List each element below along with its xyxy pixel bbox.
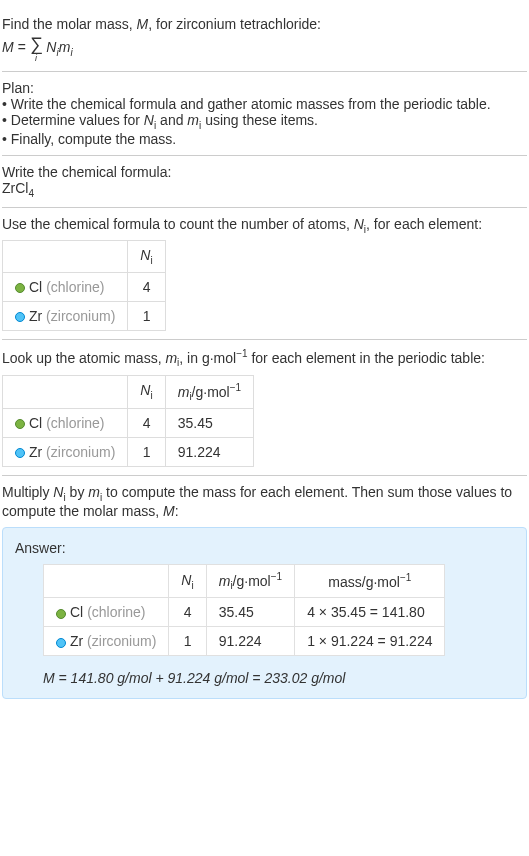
mass-table: Ni mi/g·mol−1 Cl (chlorine) 4 35.45 Zr (… <box>2 375 254 467</box>
n-cell: 1 <box>128 438 165 467</box>
element-cell: Cl (chlorine) <box>3 409 128 438</box>
intro-text: Find the molar mass, M, for zirconium te… <box>2 16 527 32</box>
count-table: Ni Cl (chlorine) 4 Zr (zirconium) 1 <box>2 240 166 331</box>
intro-text-a: Find the molar mass, <box>2 16 137 32</box>
formula-m: m <box>59 39 71 55</box>
multiply-d: : <box>175 503 179 519</box>
element-bullet-icon <box>15 283 25 293</box>
intro-var-M: M <box>137 16 149 32</box>
header-N-text: N <box>140 247 150 263</box>
chemical-formula-section: Write the chemical formula: ZrCl4 <box>2 156 527 208</box>
table-header-row: Ni mi/g·mol−1 <box>3 375 254 408</box>
header-mass: mass/g·mol−1 <box>295 564 445 597</box>
calc-cell: 1 × 91.224 = 91.224 <box>295 627 445 656</box>
mass-title-b: , in g·mol <box>179 350 236 366</box>
mass-title-a: Look up the atomic mass, <box>2 350 165 366</box>
element-symbol: Zr <box>29 444 42 460</box>
multiply-M: M <box>163 503 175 519</box>
plan-b2-a: • Determine values for <box>2 112 144 128</box>
mass-section: Look up the atomic mass, mi, in g·mol−1 … <box>2 340 527 476</box>
mass-title-c: for each element in the periodic table: <box>248 350 485 366</box>
chemformula-text: ZrCl <box>2 180 28 196</box>
header-Ni-text: i <box>150 255 152 266</box>
mass-title-m: m <box>165 350 177 366</box>
calc-cell: 4 × 35.45 = 141.80 <box>295 598 445 627</box>
element-cell: Cl (chlorine) <box>3 273 128 302</box>
table-row: Zr (zirconium) 1 91.224 1 × 91.224 = 91.… <box>44 627 445 656</box>
element-symbol: Cl <box>70 604 83 620</box>
plan-title: Plan: <box>2 80 527 96</box>
chemformula-value: ZrCl4 <box>2 180 527 199</box>
header-unit: /g·mol <box>233 573 271 589</box>
plan-bullet-1: • Write the chemical formula and gather … <box>2 96 527 112</box>
element-symbol: Cl <box>29 279 42 295</box>
element-cell: Zr (zirconium) <box>3 302 128 331</box>
n-cell: 4 <box>169 598 206 627</box>
element-name: (chlorine) <box>87 604 145 620</box>
plan-b2-N: N <box>144 112 154 128</box>
plan-bullet-2: • Determine values for Ni and mi using t… <box>2 112 527 131</box>
n-cell: 4 <box>128 409 165 438</box>
header-N-text: N <box>140 382 150 398</box>
element-bullet-icon <box>56 609 66 619</box>
element-name: (chlorine) <box>46 279 104 295</box>
element-cell: Cl (chlorine) <box>44 598 169 627</box>
m-cell: 91.224 <box>206 627 294 656</box>
sigma-sub: i <box>30 53 43 63</box>
element-bullet-icon <box>15 312 25 322</box>
element-bullet-icon <box>56 638 66 648</box>
count-title-a: Use the chemical formula to count the nu… <box>2 216 354 232</box>
m-cell: 35.45 <box>165 409 253 438</box>
element-name: (chlorine) <box>46 415 104 431</box>
multiply-b: by <box>66 484 89 500</box>
element-symbol: Cl <box>29 415 42 431</box>
m-cell: 91.224 <box>165 438 253 467</box>
table-header-row: Ni mi/g·mol−1 mass/g·mol−1 <box>44 564 445 597</box>
count-section: Use the chemical formula to count the nu… <box>2 208 527 341</box>
formula-N: N <box>42 39 56 55</box>
header-unit: /g·mol <box>192 383 230 399</box>
count-title-b: , for each element: <box>366 216 482 232</box>
chemformula-sub: 4 <box>28 188 34 199</box>
sigma-glyph: ∑ <box>30 34 43 54</box>
multiply-m: m <box>88 484 100 500</box>
answer-table: Ni mi/g·mol−1 mass/g·mol−1 Cl (chlorine)… <box>43 564 445 656</box>
header-N: Ni <box>128 241 165 273</box>
header-mass-sup: −1 <box>400 572 411 583</box>
intro-section: Find the molar mass, M, for zirconium te… <box>2 8 527 72</box>
header-Ni-text: i <box>191 580 193 591</box>
header-empty <box>3 241 128 273</box>
formula-lhs: M = <box>2 39 30 55</box>
answer-label: Answer: <box>15 540 514 556</box>
table-header-row: Ni <box>3 241 166 273</box>
element-name: (zirconium) <box>87 633 156 649</box>
header-m: mi/g·mol−1 <box>165 375 253 408</box>
multiply-text: Multiply Ni by mi to compute the mass fo… <box>2 484 527 519</box>
header-N: Ni <box>128 375 165 408</box>
element-bullet-icon <box>15 448 25 458</box>
element-symbol: Zr <box>29 308 42 324</box>
table-row: Cl (chlorine) 4 35.45 4 × 35.45 = 141.80 <box>44 598 445 627</box>
element-symbol: Zr <box>70 633 83 649</box>
n-cell: 1 <box>169 627 206 656</box>
header-mass-text: mass/g·mol <box>328 574 400 590</box>
header-m-text: m <box>219 573 231 589</box>
intro-text-b: , for zirconium tetrachloride: <box>148 16 321 32</box>
plan-bullet-3: • Finally, compute the mass. <box>2 131 527 147</box>
element-name: (zirconium) <box>46 308 115 324</box>
count-title: Use the chemical formula to count the nu… <box>2 216 527 235</box>
multiply-N: N <box>53 484 63 500</box>
header-sup: −1 <box>271 571 282 582</box>
table-row: Cl (chlorine) 4 <box>3 273 166 302</box>
table-row: Cl (chlorine) 4 35.45 <box>3 409 254 438</box>
plan-b2-b: and <box>156 112 187 128</box>
header-Ni-text: i <box>150 390 152 401</box>
m-cell: 35.45 <box>206 598 294 627</box>
final-result: M = 141.80 g/mol + 91.224 g/mol = 233.02… <box>43 670 514 686</box>
answer-box: Answer: Ni mi/g·mol−1 mass/g·mol−1 Cl (c… <box>2 527 527 699</box>
multiply-section: Multiply Ni by mi to compute the mass fo… <box>2 476 527 707</box>
plan-b2-c: using these items. <box>201 112 318 128</box>
plan-b2-m: m <box>187 112 199 128</box>
header-N: Ni <box>169 564 206 597</box>
element-bullet-icon <box>15 419 25 429</box>
